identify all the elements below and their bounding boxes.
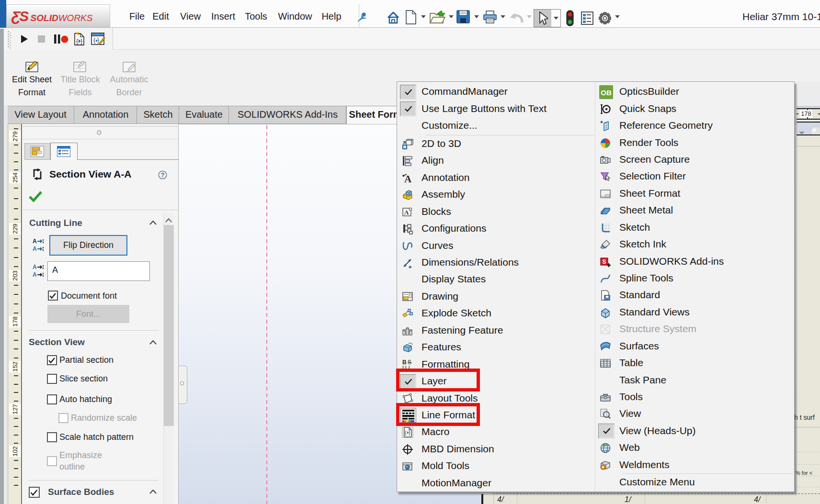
svg-text:}: }	[80, 37, 83, 45]
svg-text:OB: OB	[601, 89, 612, 97]
svg-text:}: }	[97, 37, 99, 44]
svg-text:{: {	[93, 37, 95, 44]
svg-text:{: {	[405, 430, 407, 436]
svg-text:A: A	[33, 271, 37, 278]
svg-text:A: A	[33, 238, 37, 245]
svg-text:A: A	[33, 246, 37, 252]
svg-text:A: A	[404, 209, 409, 216]
svg-text:A: A	[33, 264, 37, 270]
svg-text:S: S	[602, 258, 606, 265]
svg-text:?: ?	[161, 171, 165, 179]
svg-text:{: {	[76, 37, 79, 45]
